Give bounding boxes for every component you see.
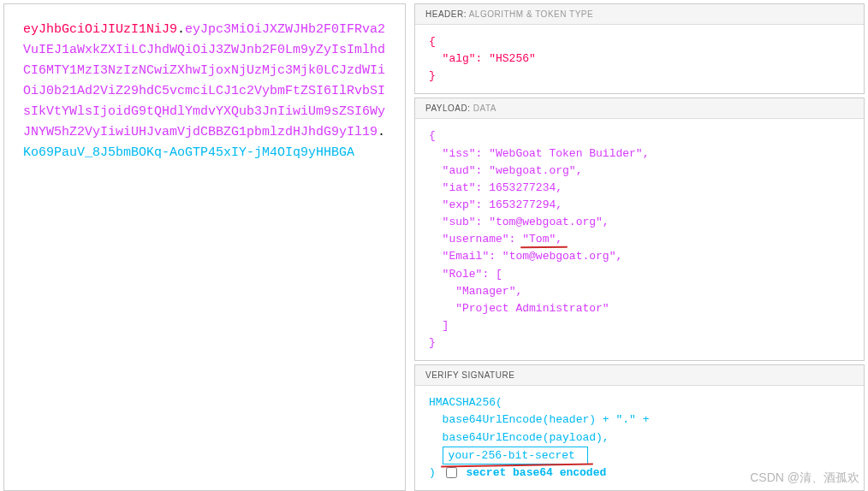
token-signature-part: Ko69PauV_8J5bmBOKq-AoGTP45xIY-jM4OIq9yHH… bbox=[23, 145, 354, 160]
verify-signature-section: VERIFY SIGNATURE HMACSHA256( base64UrlEn… bbox=[414, 364, 865, 491]
iat-value: 1653277234 bbox=[489, 181, 556, 194]
role-1: Project Administrator bbox=[462, 302, 603, 315]
sig-line2: base64UrlEncode(payload), bbox=[443, 431, 609, 444]
token-header-part: eyJhbGciOiJIUzI1NiJ9 bbox=[23, 22, 177, 37]
payload-sub-text: DATA bbox=[473, 104, 496, 113]
verify-signature-body: HMACSHA256( base64UrlEncode(header) + ".… bbox=[415, 386, 864, 490]
header-sub-text: ALGORITHM & TOKEN TYPE bbox=[469, 9, 593, 19]
sig-algo: HMACSHA256( bbox=[429, 394, 850, 411]
decoded-header-body[interactable]: { "alg": "HS256" } bbox=[415, 25, 864, 93]
username-underline: "Tom", bbox=[522, 233, 562, 246]
sub-value: tom@webgoat.org bbox=[496, 216, 596, 228]
secret-base64-checkbox[interactable] bbox=[446, 467, 457, 478]
username-value: Tom bbox=[529, 233, 549, 246]
payload-title-text: PAYLOAD: bbox=[425, 104, 471, 113]
role-0: Manager bbox=[462, 285, 509, 298]
decoded-header-title: HEADER: ALGORITHM & TOKEN TYPE bbox=[415, 4, 864, 25]
decoded-panel: HEADER: ALGORITHM & TOKEN TYPE { "alg": … bbox=[414, 3, 865, 491]
decoded-payload-body[interactable]: { "iss": "WebGoat Token Builder", "aud":… bbox=[415, 119, 864, 360]
signature-title-text: VERIFY SIGNATURE bbox=[425, 370, 514, 380]
sig-line1: base64UrlEncode(header) + "." + bbox=[443, 413, 650, 426]
secret-underline bbox=[443, 449, 588, 462]
exp-value: 1653277294 bbox=[489, 198, 556, 211]
iss-value: WebGoat Token Builder bbox=[496, 147, 636, 160]
secret-input[interactable] bbox=[443, 447, 588, 464]
header-title-text: HEADER: bbox=[425, 9, 467, 19]
token-payload-part: eyJpc3MiOiJXZWJHb2F0IFRva2VuIEJ1aWxkZXIi… bbox=[23, 22, 385, 139]
decoded-payload-title: PAYLOAD: DATA bbox=[415, 98, 864, 119]
token-dot-2: . bbox=[378, 125, 385, 139]
verify-signature-title: VERIFY SIGNATURE bbox=[415, 365, 864, 386]
aud-value: webgoat.org bbox=[496, 164, 569, 177]
token-dot-1: . bbox=[177, 22, 185, 37]
sig-close: ) bbox=[429, 466, 436, 479]
secret-base64-label: secret base64 encoded bbox=[466, 466, 606, 479]
alg-value: HS256 bbox=[496, 52, 529, 65]
decoded-header-section: HEADER: ALGORITHM & TOKEN TYPE { "alg": … bbox=[414, 3, 865, 94]
decoded-payload-section: PAYLOAD: DATA { "iss": "WebGoat Token Bu… bbox=[414, 98, 865, 361]
encoded-token-panel[interactable]: eyJhbGciOiJIUzI1NiJ9.eyJpc3MiOiJXZWJHb2F… bbox=[3, 3, 406, 491]
email-value: tom@webgoat.org bbox=[509, 250, 609, 263]
